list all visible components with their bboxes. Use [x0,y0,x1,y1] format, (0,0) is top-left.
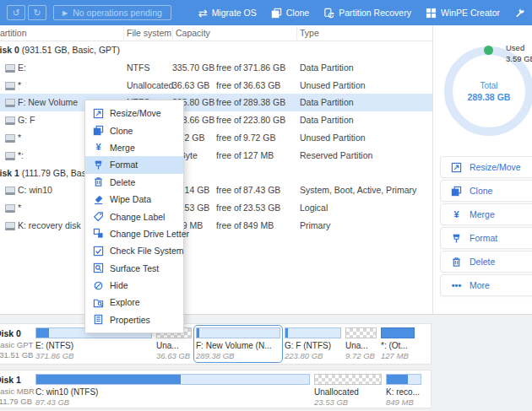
partition-bar [386,374,421,385]
partition-type: Unused Partition [300,80,366,90]
clone-icon [271,8,282,19]
panel-button-more[interactable]: •••More [440,274,532,296]
partition-used-fill [36,328,49,338]
disk-map-partition[interactable]: C: win10 (NTFS)87.43 GB [35,374,310,407]
drive-icon [5,204,15,213]
table-body: Disk 0 (931.51 GB, Basic, GPT)E:NTFS335.… [0,41,432,235]
partition-map-size: 289.38 GB [196,351,280,360]
panel-button-delete[interactable]: Delete [440,251,532,273]
total-label: Total [480,81,497,90]
capacity-total: 849 MB [243,220,274,230]
menu-item-change-drive-letter[interactable]: Change Drive Letter [85,225,183,242]
partition-row[interactable]: *Unallocated23.53 GBfree of23.53 GBLogic… [0,199,432,217]
menu-item-format[interactable]: Format [85,156,183,173]
menu-item-change-label[interactable]: Change Label [85,208,183,224]
partition-name: G: F [18,115,35,125]
menu-item-check-file-system[interactable]: Check File System [85,242,183,259]
menu-item-label: Hide [110,280,128,290]
partition-table: Partition File system Capacity Type Disk… [0,25,432,314]
partition-map-label: K: reco... [386,387,421,397]
partition-name: F: New Volume [18,97,78,107]
partition-recovery-button[interactable]: Partition Recovery [323,8,411,19]
menu-item-hide[interactable]: Hide [85,277,183,294]
partition-row[interactable]: *Unallocated36.63 GBfree of36.63 GBUnuse… [0,77,432,95]
tools-button[interactable] [514,8,525,19]
panel-button-format[interactable]: Format [440,227,532,249]
partition-type: Reserved Partition [300,150,372,160]
partition-type: System, Boot, Active, Primary [300,185,416,195]
menu-item-merge[interactable]: ¥Merge [85,139,183,156]
disk-group-header[interactable]: Disk 1 (111.79 GB, Basic, MBR) [0,165,432,182]
partition-map-label: Unallocated [314,387,382,397]
menu-item-wipe-data[interactable]: Wipe Data [85,191,183,208]
panel-action-buttons: Resize/MoveClone¥MergeFormatDelete•••Mor… [440,156,532,298]
check-file-system-icon [93,246,104,257]
menu-item-explore[interactable]: Explore [85,294,183,311]
clone-button[interactable]: Clone [271,8,309,19]
menu-item-delete[interactable]: Delete [85,174,183,191]
disk0-size: 931.51 GB [0,350,33,360]
menu-item-label: Delete [110,177,135,187]
redo-button[interactable]: ↻ [28,5,46,20]
partition-row[interactable]: K: recovery diskNTFS429 MBfree of849 MBP… [0,217,432,235]
partition-recovery-label: Partition Recovery [339,8,411,18]
partition-row[interactable]: *:Other0 Bytefree of127 MBReserved Parti… [0,147,432,165]
partition-map-size: 849 MB [386,397,421,407]
menu-item-label: Change Drive Letter [110,229,189,239]
partition-row[interactable]: G: FNTFS213.66 GBfree of223.80 GBData Pa… [0,111,432,129]
partition-map-label: Una... [156,341,192,350]
partition-row[interactable]: *Unallocated9.72 GBfree of9.72 GBUnused … [0,129,432,147]
capacity-total: 371.86 GB [243,62,285,73]
disk1-size: 111.79 GB [0,397,32,406]
panel-button-clone[interactable]: Clone [440,180,532,202]
disk1-name: Disk 1 [0,375,21,385]
partition-row[interactable]: C: win10NTFS40.14 GBfree of87.43 GBSyste… [0,181,432,199]
capacity-free-of: free of [216,115,242,125]
partition-used-fill [36,375,181,384]
menu-item-surface-test[interactable]: Surface Test [85,260,183,277]
undo-button[interactable]: ↺ [7,5,25,20]
panel-button-label: Format [470,233,497,243]
menu-item-properties[interactable]: Properties [85,311,183,328]
panel-button-merge[interactable]: ¥Merge [440,203,532,225]
disk0-card: Disk 0 Basic GPT 931.51 GB E: (NTFS)371.… [0,323,432,365]
drive-icon [5,99,15,107]
disk-group-header[interactable]: Disk 0 (931.51 GB, Basic, GPT) [0,41,432,59]
partition-row[interactable]: F: New VolumeNTFS285.80 GBfree of289.38 … [0,94,432,111]
disk-map-partition[interactable]: G: F (NTFS)223.80 GB [285,327,341,360]
clone-icon [93,125,104,136]
clone-icon [451,186,462,197]
panel-button-label: Merge [470,209,495,219]
partition-bar [381,327,415,338]
partition-map-label: F: New Volume (N... [196,341,280,350]
used-value: 3.59 GB [506,53,532,64]
drive-icon [5,82,15,90]
disk-map-partition[interactable]: F: New Volume (N...289.38 GB [196,327,280,360]
disk-map-partition[interactable]: *: (Ot...127 MB [381,327,415,360]
disk-group-label: Disk 0 (931.51 GB, Basic, GPT) [0,45,120,55]
partition-map-label: C: win10 (NTFS) [35,387,310,397]
menu-item-clone[interactable]: Clone [85,122,183,138]
menu-item-label: Check File System [110,246,184,256]
panel-button-resize-move[interactable]: Resize/Move [440,156,532,178]
partition-file-system: Unallocated [127,80,173,90]
wipe-data-icon [93,194,104,205]
winpe-creator-button[interactable]: WinPE Creator [426,8,500,19]
disk-map-partition[interactable]: K: reco...849 MB [386,374,421,407]
partition-map-size: 223.80 GB [285,351,341,360]
partition-used-fill [387,375,408,384]
partition-row[interactable]: E:NTFS335.70 GBfree of371.86 GBData Part… [0,59,432,77]
menu-item-label: Merge [110,143,135,153]
menu-item-resize-move[interactable]: Resize/Move [85,105,183,122]
partition-name: * [18,203,21,213]
disk-map-partition[interactable]: Una...9.72 GB [345,327,377,360]
more-icon: ••• [451,280,462,291]
capacity-free: 36.63 GB [172,80,209,90]
right-panel: Total 289.38 GB Used 3.59 GB Resize/Move… [432,25,532,314]
pending-operations-button[interactable]: ▶ No operations pending [53,5,171,20]
capacity-free-of: free of [216,185,242,195]
disk-map-partition[interactable]: Unallocated23.53 GB [314,374,382,407]
partition-map-label: Una... [345,341,377,350]
migrate-os-button[interactable]: ⇄ Migrate OS [198,8,257,19]
partition-map-size: 23.53 GB [314,397,382,407]
